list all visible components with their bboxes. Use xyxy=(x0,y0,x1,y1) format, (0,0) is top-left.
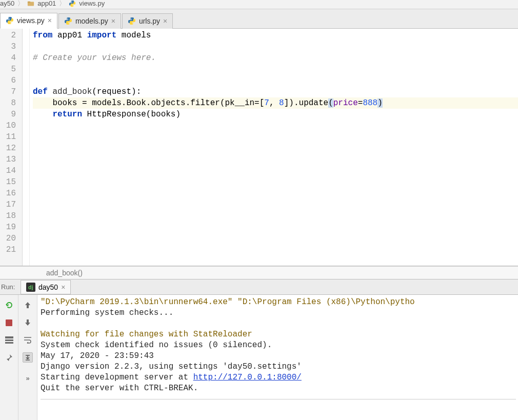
svg-rect-10 xyxy=(5,336,13,338)
code-area[interactable]: from app01 import models # Create your v… xyxy=(30,29,518,266)
svg-point-4 xyxy=(8,17,9,18)
run-label: Run: xyxy=(0,283,21,291)
server-url-link[interactable]: http://127.0.0.1:8000/ xyxy=(193,373,302,382)
svg-point-9 xyxy=(132,23,133,24)
tab-models[interactable]: models.py × xyxy=(58,13,121,29)
svg-rect-12 xyxy=(5,342,13,344)
structure-crumb[interactable]: add_book() xyxy=(0,266,518,279)
run-toolbar-left xyxy=(0,295,18,420)
svg-point-6 xyxy=(67,18,68,19)
console-output[interactable]: "D:\PyCharm 2019.1.3\bin\runnerw64.exe" … xyxy=(37,295,518,420)
python-file-icon xyxy=(128,17,136,25)
breadcrumb-part[interactable]: app01 xyxy=(37,0,56,7)
layout-icon[interactable] xyxy=(4,335,14,345)
svg-rect-11 xyxy=(5,339,13,341)
scroll-to-end-icon[interactable] xyxy=(23,352,33,363)
django-icon: dj xyxy=(26,283,35,292)
tab-label: urls.py xyxy=(139,17,160,25)
breadcrumb-part[interactable]: views.py xyxy=(79,0,105,7)
svg-point-5 xyxy=(10,23,11,24)
console-separator xyxy=(41,399,516,399)
rerun-icon[interactable] xyxy=(4,300,14,310)
python-file-icon xyxy=(69,0,76,7)
soft-wrap-icon[interactable] xyxy=(23,335,33,345)
tab-label: views.py xyxy=(17,16,45,25)
run-toolbar-mid: » xyxy=(18,295,37,420)
close-icon[interactable]: × xyxy=(111,17,115,25)
editor-tabs: views.py × models.py × urls.py × xyxy=(0,9,518,29)
svg-point-2 xyxy=(71,1,72,1)
close-icon[interactable]: × xyxy=(61,283,65,291)
tab-label: models.py xyxy=(75,17,108,25)
run-tab-label: day50 xyxy=(38,283,58,291)
folder-icon xyxy=(27,0,34,7)
tab-views[interactable]: views.py × xyxy=(0,13,57,29)
line-gutter: 23456789101112131415161718192021 xyxy=(0,29,23,266)
run-panel: Run: dj day50 × xyxy=(0,279,518,420)
python-file-icon xyxy=(64,17,72,25)
fold-column xyxy=(23,29,30,266)
down-icon[interactable] xyxy=(23,317,33,328)
svg-rect-1 xyxy=(28,1,30,3)
breadcrumb-sep: 〉 xyxy=(59,0,66,8)
breadcrumb-sep: 〉 xyxy=(17,0,24,8)
tab-urls[interactable]: urls.py × xyxy=(122,13,173,29)
python-file-icon xyxy=(6,16,14,25)
stop-icon[interactable] xyxy=(4,317,14,328)
up-icon[interactable] xyxy=(23,300,33,310)
svg-point-7 xyxy=(69,23,70,24)
run-config-tab[interactable]: dj day50 × xyxy=(21,280,71,294)
pin-icon[interactable] xyxy=(4,352,14,363)
svg-point-3 xyxy=(73,5,73,6)
code-editor[interactable]: 23456789101112131415161718192021 from ap… xyxy=(0,29,518,266)
breadcrumb: ay50 〉 app01 〉 views.py xyxy=(0,0,518,9)
more-icon[interactable]: » xyxy=(23,373,33,383)
run-tabrow: Run: dj day50 × xyxy=(0,279,518,295)
breadcrumb-part[interactable]: ay50 xyxy=(0,0,14,7)
close-icon[interactable]: × xyxy=(163,17,167,25)
close-icon[interactable]: × xyxy=(48,16,52,25)
svg-point-8 xyxy=(130,18,131,19)
